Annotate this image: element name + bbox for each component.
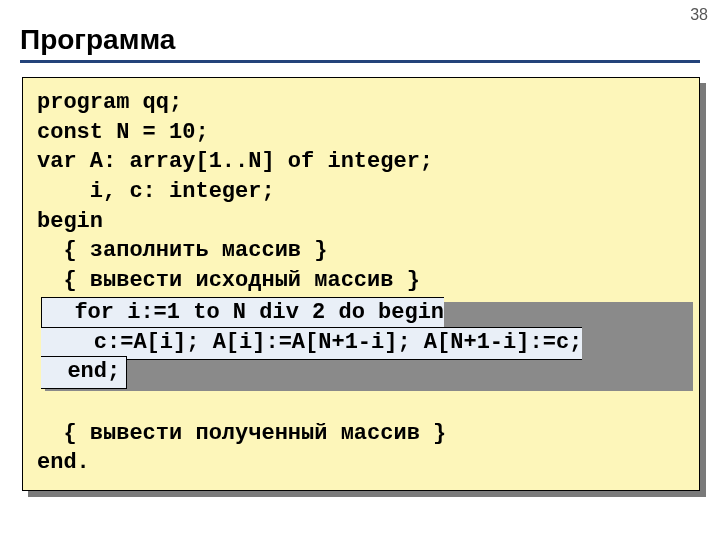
code-line: begin: [37, 209, 103, 234]
slide: 38 Программа program qq; const N = 10; v…: [0, 0, 720, 540]
highlight-block-shadow: for i:=1 to N div 2 do begin c:=A[i]; A[…: [41, 298, 689, 387]
code-line: { вывести исходный массив }: [37, 268, 420, 293]
code-line: end.: [37, 450, 90, 475]
code-line: { вывести полученный массив }: [37, 421, 446, 446]
code-block-shadow: program qq; const N = 10; var A: array[1…: [22, 77, 700, 491]
code-line: for i:=1 to N div 2 do begin: [48, 300, 444, 325]
page-number: 38: [690, 6, 708, 24]
code-line: i, c: integer;: [37, 179, 275, 204]
code-line: var A: array[1..N] of integer;: [37, 149, 433, 174]
code-block: program qq; const N = 10; var A: array[1…: [22, 77, 700, 491]
code-line: end;: [41, 359, 120, 384]
slide-title: Программа: [20, 24, 700, 56]
code-line: c:=A[i]; A[i]:=A[N+1-i]; A[N+1-i]:=c;: [41, 330, 582, 355]
code-line: { заполнить массив }: [37, 238, 327, 263]
highlight-block: for i:=1 to N div 2 do begin c:=A[i]; A[…: [41, 297, 582, 389]
code-line: program qq;: [37, 90, 182, 115]
code-line: const N = 10;: [37, 120, 209, 145]
title-rule: [20, 60, 700, 63]
